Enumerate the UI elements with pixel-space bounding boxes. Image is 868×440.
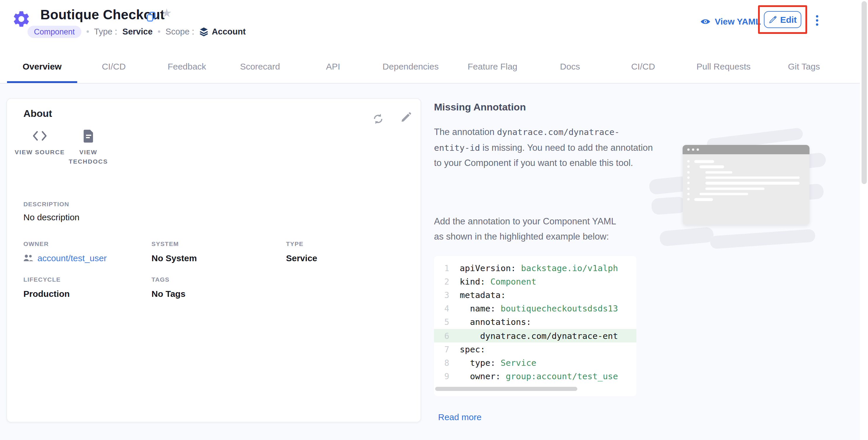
entity-header: Boutique Checkout ★ Component Type : Ser… bbox=[0, 0, 860, 49]
dot-separator bbox=[158, 30, 160, 33]
about-card-title: About bbox=[23, 108, 52, 120]
page-scrollbar-thumb[interactable] bbox=[862, 1, 867, 184]
group-icon bbox=[23, 254, 33, 262]
code-line-5: 5 annotations: bbox=[434, 315, 637, 329]
docs-icon bbox=[63, 129, 114, 143]
code-line-7: 7spec: bbox=[434, 342, 637, 356]
eye-icon bbox=[700, 18, 711, 25]
code-line-1: 1apiVersion: backstage.io/v1alph bbox=[434, 261, 637, 275]
kind-badge: Component bbox=[28, 26, 81, 38]
star-favorite-icon[interactable]: ★ bbox=[161, 7, 172, 19]
copy-icon[interactable] bbox=[147, 12, 156, 22]
view-yaml-link[interactable]: View YAML bbox=[700, 16, 761, 26]
lifecycle-value: Production bbox=[23, 289, 70, 299]
tab-dependencies[interactable]: Dependencies bbox=[370, 49, 452, 83]
scope-label: Scope : bbox=[165, 27, 194, 36]
dot-separator bbox=[87, 30, 89, 33]
mock-browser-window bbox=[683, 145, 809, 225]
scope-value: Account bbox=[212, 27, 246, 36]
tab-overview[interactable]: Overview bbox=[7, 49, 77, 83]
tags-value: No Tags bbox=[152, 289, 185, 299]
type-label: TYPE bbox=[286, 240, 304, 247]
about-card: About VIEW SOURCE bbox=[6, 98, 421, 422]
view-techdocs-action[interactable]: VIEW TECHDOCS bbox=[63, 129, 114, 166]
code-line-2: 2kind: Component bbox=[434, 275, 637, 288]
tab-ci-cd[interactable]: CI/CD bbox=[77, 49, 150, 83]
code-line-4: 4 name: boutiquecheckoutsdsds13 bbox=[434, 302, 637, 315]
tab-feedback[interactable]: Feedback bbox=[150, 49, 223, 83]
view-source-label: VIEW SOURCE bbox=[14, 147, 65, 157]
entity-tabbar: OverviewCI/CDFeedbackScorecardAPIDepende… bbox=[0, 49, 860, 83]
tab-docs[interactable]: Docs bbox=[533, 49, 607, 83]
description-value: No description bbox=[23, 212, 80, 222]
tab-api[interactable]: API bbox=[297, 49, 370, 83]
entity-meta-row: Component Type : Service Scope : Account bbox=[28, 25, 246, 38]
missing-annotation-title: Missing Annotation bbox=[434, 102, 526, 113]
code-line-9: 9 owner: group:account/test_use bbox=[434, 370, 637, 383]
tab-ci-cd-2[interactable]: CI/CD bbox=[607, 49, 680, 83]
layers-scope-icon bbox=[199, 27, 208, 36]
mock-browser-body bbox=[683, 154, 809, 225]
tags-label: TAGS bbox=[152, 276, 169, 283]
type-value: Service bbox=[123, 27, 153, 36]
browser-window-illustration bbox=[654, 133, 819, 257]
page-scrollbar-track bbox=[860, 0, 868, 440]
code-line-6-highlighted: 6 dynatrace.com/dynatrace-ent bbox=[434, 329, 637, 342]
owner-value[interactable]: account/test_user bbox=[23, 253, 107, 263]
view-yaml-label: View YAML bbox=[715, 16, 761, 26]
refresh-icon[interactable] bbox=[372, 113, 384, 125]
tab-scorecard[interactable]: Scorecard bbox=[223, 49, 297, 83]
tab-pull-requests[interactable]: Pull Requests bbox=[680, 49, 767, 83]
code-line-3: 3metadata: bbox=[434, 289, 637, 302]
code-icon bbox=[14, 129, 65, 143]
annotation-instruction: Add the annotation to your Component YAM… bbox=[434, 214, 616, 244]
owner-label: OWNER bbox=[23, 240, 49, 247]
more-options-kebab[interactable] bbox=[813, 15, 821, 28]
mock-browser-titlebar bbox=[683, 145, 809, 154]
tab-feature-flag[interactable]: Feature Flag bbox=[452, 49, 533, 83]
overview-content: About VIEW SOURCE bbox=[0, 83, 860, 440]
lifecycle-label: LIFECYCLE bbox=[23, 276, 61, 283]
type-value: Service bbox=[286, 253, 317, 263]
code-line-8: 8 type: Service bbox=[434, 356, 637, 370]
edit-button-label: Edit bbox=[780, 14, 797, 25]
edit-highlight-annotation: Edit bbox=[758, 5, 807, 34]
missing-annotation-text: The annotation dynatrace.com/dynatrace-e… bbox=[434, 125, 655, 170]
scope-value-wrap: Account bbox=[199, 27, 246, 36]
view-source-action[interactable]: VIEW SOURCE bbox=[14, 129, 65, 157]
type-label: Type : bbox=[94, 27, 117, 36]
system-value: No System bbox=[152, 253, 197, 263]
description-label: DESCRIPTION bbox=[23, 200, 69, 207]
yaml-code-block: 1apiVersion: backstage.io/v1alph2kind: C… bbox=[434, 256, 637, 396]
page-title: Boutique Checkout bbox=[40, 7, 165, 23]
tab-git-tags[interactable]: Git Tags bbox=[767, 49, 840, 83]
view-techdocs-label: VIEW TECHDOCS bbox=[63, 147, 114, 166]
page: Boutique Checkout ★ Component Type : Ser… bbox=[0, 0, 868, 440]
read-more-link[interactable]: Read more bbox=[438, 412, 482, 422]
edit-button[interactable]: Edit bbox=[764, 11, 801, 28]
code-horizontal-scrollbar[interactable] bbox=[435, 387, 577, 391]
pencil-edit-icon bbox=[769, 15, 777, 24]
system-label: SYSTEM bbox=[152, 240, 179, 247]
edit-about-pencil-icon[interactable] bbox=[400, 112, 412, 123]
